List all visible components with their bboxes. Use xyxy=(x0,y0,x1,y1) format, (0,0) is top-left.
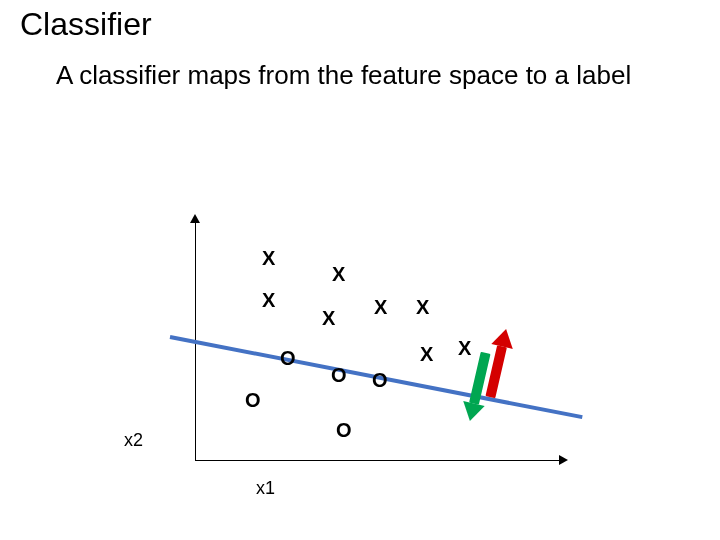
point-o: O xyxy=(331,365,347,385)
point-x: X xyxy=(262,290,275,310)
page-title: Classifier xyxy=(20,6,152,43)
point-o: O xyxy=(280,348,296,368)
y-axis-arrowhead xyxy=(190,214,200,223)
point-x: X xyxy=(420,344,433,364)
point-o: O xyxy=(336,420,352,440)
point-x: X xyxy=(332,264,345,284)
point-o: O xyxy=(372,370,388,390)
point-o: O xyxy=(245,390,261,410)
page-description: A classifier maps from the feature space… xyxy=(56,60,656,91)
x-axis-arrowhead xyxy=(559,455,568,465)
classifier-scatter-plot: X X X X X X X X O O O O O x2 x1 xyxy=(100,220,570,500)
point-x: X xyxy=(416,297,429,317)
point-x: X xyxy=(262,248,275,268)
point-x: X xyxy=(374,297,387,317)
x-axis-label: x1 xyxy=(256,478,275,499)
point-x: X xyxy=(322,308,335,328)
x-axis xyxy=(195,460,560,461)
y-axis-label: x2 xyxy=(124,430,143,451)
point-x: X xyxy=(458,338,471,358)
